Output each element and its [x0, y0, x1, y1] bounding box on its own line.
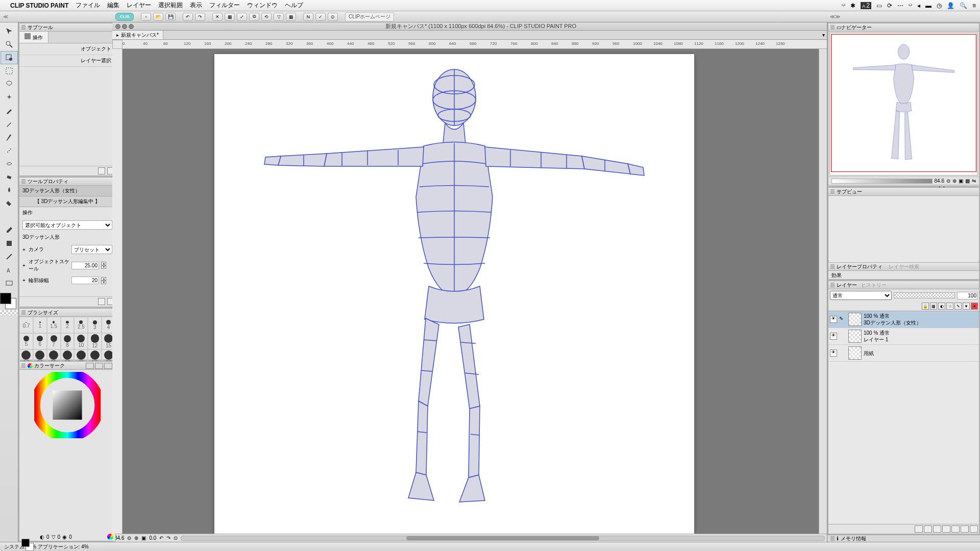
collapse-right-icon[interactable]: ≪≫: [830, 14, 840, 19]
outline-value[interactable]: 20: [71, 277, 99, 284]
transparent-swatch[interactable]: [0, 310, 18, 315]
color-header[interactable]: カラーサーク: [19, 362, 115, 370]
brush-size-6[interactable]: 6: [33, 333, 47, 349]
prop-reset-icon[interactable]: [98, 298, 105, 305]
tool-correct[interactable]: [1, 237, 18, 250]
color-wheel[interactable]: [34, 372, 101, 438]
nav-fit-icon[interactable]: ▣: [959, 178, 963, 184]
rot-reset-icon[interactable]: ⊙: [174, 535, 178, 541]
close-icon[interactable]: [115, 24, 120, 29]
tool-lasso[interactable]: [1, 78, 18, 91]
layer-header[interactable]: レイヤーヒストリー: [828, 281, 979, 289]
rot-ccw-icon[interactable]: ↶: [159, 535, 163, 541]
op-select[interactable]: 選択可能なオブジェクト: [22, 220, 112, 230]
redo-button[interactable]: ↷: [195, 13, 205, 21]
brush-header[interactable]: ブラシサイズ: [19, 309, 115, 317]
preset-select[interactable]: プリセット: [71, 245, 112, 254]
lock-alpha-icon[interactable]: ◐: [938, 303, 945, 310]
open-button[interactable]: 📂: [153, 13, 163, 21]
canvas-viewport[interactable]: [122, 49, 819, 534]
tool-frame[interactable]: [1, 277, 18, 290]
list-icon[interactable]: ≡: [972, 2, 976, 9]
tool-marquee[interactable]: [1, 64, 18, 78]
brush-size-5[interactable]: 5: [19, 333, 33, 349]
tool-eraser[interactable]: [1, 170, 18, 184]
zoom-in-icon[interactable]: ⊕: [134, 535, 138, 541]
blend-mode-select[interactable]: 通常: [830, 291, 892, 300]
menu-selection[interactable]: 選択範囲: [158, 1, 183, 10]
nav-zoomout-icon[interactable]: ⊖: [946, 178, 950, 184]
menu-layer[interactable]: レイヤー: [127, 1, 151, 10]
clock-icon[interactable]: ◷: [937, 2, 942, 9]
adobe-icon[interactable]: A 2: [861, 2, 871, 9]
layer-row[interactable]: 👁100 % 通常レイヤー 1: [828, 328, 979, 345]
lock-all-icon[interactable]: 🔒: [922, 303, 929, 310]
tool-text[interactable]: A: [1, 263, 18, 277]
menu-help[interactable]: ヘルプ: [285, 1, 303, 10]
menu-edit[interactable]: 編集: [107, 1, 119, 10]
new-button[interactable]: ▫: [141, 13, 151, 21]
special-button[interactable]: ⊙: [328, 13, 338, 21]
tool-zoom[interactable]: [1, 38, 18, 51]
brush-size-2[interactable]: 2: [61, 317, 75, 333]
brush-size-1.5[interactable]: 1.5: [47, 317, 61, 333]
zoom-out-icon[interactable]: ⊖: [127, 535, 131, 541]
tab-menu-icon[interactable]: ▾: [822, 32, 825, 38]
wifi-icon[interactable]: ⌔: [842, 2, 845, 9]
brush-size-3[interactable]: 3: [88, 317, 102, 333]
fit-icon[interactable]: ▣: [141, 535, 146, 541]
crop-button[interactable]: ⧉: [249, 13, 259, 21]
layerprop-header[interactable]: レイヤープロパティレイヤー検索: [828, 263, 979, 271]
nav-preview[interactable]: [829, 33, 978, 176]
mask-add-icon[interactable]: [951, 525, 960, 533]
new-folder-icon[interactable]: [924, 525, 932, 533]
subtool-tab-operation[interactable]: 操作: [19, 32, 48, 43]
mask-apply-icon[interactable]: [961, 525, 969, 533]
visibility-icon[interactable]: 👁: [830, 316, 837, 323]
save-button[interactable]: 💾: [165, 13, 176, 21]
new-layer-icon[interactable]: [915, 525, 923, 533]
fg-color[interactable]: [0, 293, 11, 304]
fill-button[interactable]: ▦: [225, 13, 235, 21]
tool-line[interactable]: [1, 250, 18, 263]
color-tab3[interactable]: [104, 363, 112, 369]
brush-size-10[interactable]: 10: [74, 333, 88, 349]
canvas[interactable]: [214, 54, 694, 534]
outline-spinner[interactable]: ▴▾: [101, 277, 106, 284]
brush-size-7[interactable]: 7: [47, 333, 61, 349]
undo-button[interactable]: ↶: [183, 13, 193, 21]
clip-icon[interactable]: ▼: [963, 303, 970, 310]
brush-size-8[interactable]: 8: [61, 333, 75, 349]
maximize-icon[interactable]: [129, 24, 134, 29]
user-icon[interactable]: 👤: [947, 2, 954, 9]
homepage-link[interactable]: CLIPホームページ: [345, 12, 394, 21]
layer-row[interactable]: 👁用紙: [828, 345, 979, 362]
clip-logo[interactable]: CLIS: [115, 13, 134, 21]
brush-size-1[interactable]: 1: [33, 317, 47, 333]
scale-button[interactable]: ⤢: [237, 13, 247, 21]
menu-filter[interactable]: フィルター: [209, 1, 240, 10]
mask-icon[interactable]: ✕: [971, 303, 978, 310]
tool-blend[interactable]: [1, 184, 18, 197]
transfer-icon[interactable]: [933, 525, 941, 533]
menu-window[interactable]: ウィンドウ: [247, 1, 278, 10]
zoom-slider[interactable]: [831, 179, 933, 184]
collapse-left-icon[interactable]: ≪: [3, 14, 8, 19]
toolprop-header[interactable]: ツールプロパティ: [19, 178, 115, 186]
color-swatch[interactable]: [0, 293, 16, 310]
merge-icon[interactable]: [942, 525, 950, 533]
tool-wand[interactable]: [1, 91, 18, 104]
rotate-button[interactable]: ⟲: [261, 13, 272, 21]
color-mode-icon[interactable]: [107, 534, 113, 540]
brush-size-2.5[interactable]: 2.5: [74, 317, 88, 333]
ruler-button[interactable]: ✓: [315, 13, 326, 21]
tool-pen[interactable]: [1, 104, 18, 117]
edit-target[interactable]: [839, 349, 846, 357]
draft-icon[interactable]: ✎: [954, 303, 962, 310]
search-icon[interactable]: 🔍: [960, 2, 967, 9]
volume-icon[interactable]: ◂: [917, 2, 920, 9]
subtool-item-object[interactable]: オブジェクト: [19, 43, 115, 55]
color-tab1[interactable]: [86, 363, 94, 369]
memory-header[interactable]: ℹメモリ情報: [827, 535, 980, 542]
scrollbar-horizontal[interactable]: [181, 536, 825, 541]
